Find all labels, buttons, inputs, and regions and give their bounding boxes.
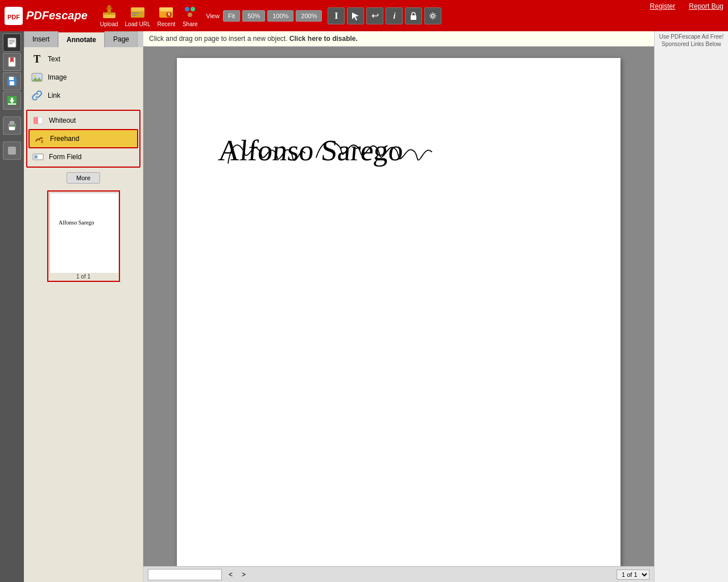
sidebar-download-icon[interactable] <box>3 92 21 110</box>
page-select[interactable]: 1 of 1 <box>617 569 650 580</box>
recent-icon <box>158 4 174 20</box>
notification-text: Click and drag on page to insert a new o… <box>149 35 287 43</box>
zoom-50-btn[interactable]: 50% <box>242 10 265 22</box>
svg-rect-14 <box>168 14 170 15</box>
load-url-label: Load URL <box>125 21 151 27</box>
text-tool[interactable]: T Text <box>27 51 139 68</box>
svg-rect-43 <box>34 117 38 124</box>
svg-rect-32 <box>11 98 13 102</box>
svg-text:PDF: PDF <box>7 14 20 20</box>
sidebar-extra-icon[interactable] <box>3 142 21 160</box>
tab-page[interactable]: Page <box>105 31 138 47</box>
svg-rect-21 <box>8 38 16 47</box>
nav-next-btn[interactable]: > <box>239 569 248 580</box>
share-icon <box>182 4 198 20</box>
freehand-tool-label: Freehand <box>50 135 79 143</box>
sidebar-page-icon[interactable] <box>3 34 21 52</box>
recent-tool[interactable]: Recent <box>158 4 176 27</box>
notification-bar: Click and drag on page to insert a new o… <box>143 31 654 47</box>
whiteout-tool-label: Whiteout <box>49 117 76 124</box>
settings-btn[interactable] <box>424 7 441 24</box>
nav-prev-btn[interactable]: < <box>226 569 235 580</box>
freehand-tool-icon <box>33 132 46 145</box>
tab-bar: Insert Annotate Page <box>24 31 143 47</box>
svg-rect-35 <box>10 121 14 124</box>
svg-point-20 <box>432 14 435 17</box>
sidebar-print-icon[interactable] <box>3 117 21 135</box>
content-area: Click and drag on page to insert a new o… <box>143 31 654 582</box>
sidebar-bookmark-icon[interactable] <box>3 53 21 71</box>
undo-btn[interactable]: ↩ <box>366 7 383 24</box>
fit-btn[interactable]: Fit <box>223 10 240 22</box>
left-sidebar <box>0 31 24 582</box>
load-url-tool[interactable]: Load URL <box>125 4 151 27</box>
link-tool-label: Link <box>48 92 60 99</box>
report-bug-link[interactable]: Report Bug <box>689 2 723 10</box>
thumbnails-area: Alfonso Sarego 1 of 1 <box>24 186 143 582</box>
svg-rect-8 <box>132 13 139 14</box>
share-tool[interactable]: Share <box>182 4 198 27</box>
signature: Alfonso Sarego <box>211 92 495 206</box>
thumbnail-label: 1 of 1 <box>49 273 118 280</box>
search-input[interactable] <box>148 569 222 580</box>
svg-rect-36 <box>9 127 15 130</box>
zoom-200-btn[interactable]: 200% <box>296 10 322 22</box>
zoom-100-btn[interactable]: 100% <box>267 10 293 22</box>
upload-icon <box>101 4 117 20</box>
info-btn[interactable]: i <box>386 7 403 24</box>
whiteout-tool-icon <box>32 114 44 127</box>
tab-insert[interactable]: Insert <box>24 31 58 47</box>
app-logo[interactable]: PDF PDFescape <box>5 7 88 25</box>
annotate-tool-group: Whiteout Freehand Form Field <box>26 110 140 168</box>
svg-point-37 <box>14 125 16 127</box>
top-toolbar: PDF PDFescape Upload Load URL <box>0 0 728 31</box>
svg-rect-24 <box>9 43 13 44</box>
svg-text:Alfonso Sarego: Alfonso Sarego <box>217 134 405 167</box>
upload-tool[interactable]: Upload <box>100 4 118 27</box>
more-button[interactable]: More <box>67 172 100 184</box>
form-field-tool[interactable]: Form Field <box>28 148 138 165</box>
ad-line1: Use PDFescape Ad Free! <box>657 34 726 40</box>
svg-point-17 <box>188 13 192 17</box>
right-ad-panel: Use PDFescape Ad Free! Sponsored Links B… <box>654 31 728 582</box>
text-cursor-btn[interactable]: I <box>328 7 345 24</box>
form-field-tool-label: Form Field <box>49 153 81 161</box>
page-thumbnail-1[interactable]: Alfonso Sarego 1 of 1 <box>47 190 120 282</box>
svg-rect-19 <box>411 15 416 20</box>
logo-text: PDFescape <box>26 9 88 22</box>
link-tool[interactable]: Link <box>27 87 139 104</box>
svg-point-40 <box>34 75 36 77</box>
freehand-tool[interactable]: Freehand <box>28 129 138 148</box>
svg-rect-11 <box>159 7 173 11</box>
svg-rect-9 <box>132 15 136 16</box>
svg-rect-38 <box>8 147 16 155</box>
svg-text:Alfonso Sarego: Alfonso Sarego <box>59 219 94 226</box>
svg-rect-48 <box>50 193 118 273</box>
register-link[interactable]: Register <box>650 2 676 10</box>
load-url-icon <box>130 4 146 20</box>
svg-rect-45 <box>41 140 43 143</box>
svg-rect-28 <box>9 77 14 80</box>
svg-marker-5 <box>106 5 113 9</box>
recent-label: Recent <box>158 21 176 27</box>
main-layout: Insert Annotate Page T Text Image Link <box>0 31 728 582</box>
whiteout-tool[interactable]: Whiteout <box>28 112 138 129</box>
notification-link[interactable]: Click here to disable. <box>289 35 358 43</box>
cursor-btn[interactable] <box>347 7 364 24</box>
svg-marker-18 <box>352 13 359 20</box>
image-tool[interactable]: Image <box>27 69 139 86</box>
bottom-bar: < > 1 of 1 <box>143 566 654 582</box>
insert-tool-list: T Text Image Link <box>24 47 143 107</box>
thumbnail-page: Alfonso Sarego <box>49 193 118 272</box>
ad-line2: Sponsored Links Below <box>657 41 726 47</box>
sidebar-save-icon[interactable] <box>3 72 21 90</box>
tab-annotate[interactable]: Annotate <box>58 31 105 47</box>
pdf-page[interactable]: Alfonso Sarego <box>177 58 621 566</box>
pdf-area[interactable]: Alfonso Sarego <box>143 47 654 566</box>
image-tool-icon <box>31 71 43 84</box>
lock-btn[interactable] <box>405 7 422 24</box>
svg-point-15 <box>185 7 189 11</box>
svg-rect-33 <box>8 103 16 105</box>
form-field-tool-icon <box>32 151 44 163</box>
top-right-links: Register Report Bug <box>643 2 723 10</box>
